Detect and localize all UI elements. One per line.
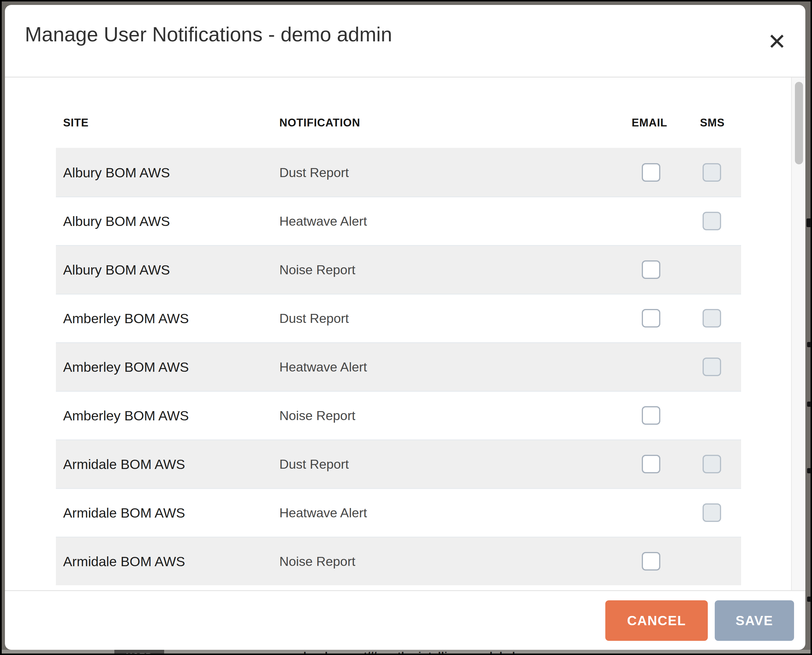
sms-checkbox[interactable] (703, 163, 721, 182)
background-bleed-mark (807, 468, 811, 473)
row-notification-label: Heatwave Alert (279, 197, 367, 245)
row-site-label: Armidale BOM AWS (63, 489, 185, 537)
sms-checkbox[interactable] (703, 358, 721, 376)
background-bleed-mark (806, 218, 811, 227)
footer-divider (5, 590, 805, 591)
table-row: Armidale BOM AWS Dust Report (56, 440, 741, 488)
table-row: Armidale BOM AWS Heatwave Alert (56, 488, 741, 537)
email-checkbox[interactable] (642, 406, 660, 425)
email-checkbox[interactable] (642, 163, 660, 182)
email-checkbox[interactable] (642, 260, 660, 279)
table-row: Amberley BOM AWS Heatwave Alert (56, 342, 741, 391)
email-checkbox[interactable] (642, 309, 660, 328)
table-row: Albury BOM AWS Heatwave Alert (56, 197, 741, 245)
vertical-scrollbar-track[interactable] (791, 77, 804, 590)
table-row: Albury BOM AWS Noise Report (56, 245, 741, 294)
row-site-label: Albury BOM AWS (63, 149, 170, 197)
row-site-label: Albury BOM AWS (63, 246, 170, 294)
row-notification-label: Heatwave Alert (279, 343, 367, 391)
row-site-label: Armidale BOM AWS (63, 440, 185, 488)
screenshot-stage: USER development///weatherintelligence-g… (0, 0, 812, 655)
background-bleed-mark (807, 342, 811, 347)
row-notification-label: Dust Report (279, 149, 349, 197)
table-row: Amberley BOM AWS Noise Report (56, 391, 741, 440)
background-bleed-mark (807, 401, 811, 407)
sms-checkbox[interactable] (703, 503, 721, 522)
row-site-label: Amberley BOM AWS (63, 343, 189, 391)
background-bleed-mark (807, 597, 811, 602)
table-body: Albury BOM AWS Dust Report Albury BOM AW… (56, 148, 741, 585)
row-site-label: Amberley BOM AWS (63, 392, 189, 440)
column-header-site: SITE (63, 117, 89, 131)
manage-user-notifications-dialog: Manage User Notifications - demo admin ✕… (5, 5, 805, 650)
table-row: Armidale BOM AWS Noise Report (56, 537, 741, 585)
table-row: Amberley BOM AWS Dust Report (56, 294, 741, 342)
background-page-strip: USER development///weatherintelligence-g… (2, 650, 810, 653)
column-header-notification: NOTIFICATION (279, 117, 360, 131)
background-user-badge: USER (114, 650, 164, 653)
background-path-text: development///weatherintelligence-global (300, 650, 515, 653)
row-notification-label: Noise Report (279, 246, 356, 294)
vertical-scrollbar-thumb[interactable] (795, 82, 803, 165)
row-notification-label: Dust Report (279, 440, 349, 488)
row-site-label: Amberley BOM AWS (63, 295, 189, 342)
row-notification-label: Noise Report (279, 538, 356, 585)
table-row: Albury BOM AWS Dust Report (56, 148, 741, 197)
row-notification-label: Dust Report (279, 295, 349, 342)
sms-checkbox[interactable] (703, 455, 721, 473)
row-notification-label: Noise Report (279, 392, 356, 440)
email-checkbox[interactable] (642, 455, 660, 473)
dialog-title: Manage User Notifications - demo admin (25, 23, 392, 46)
sms-checkbox[interactable] (703, 309, 721, 328)
save-button[interactable]: SAVE (715, 600, 794, 641)
column-header-sms: SMS (700, 117, 724, 131)
sms-checkbox[interactable] (703, 212, 721, 230)
column-header-email: EMAIL (632, 117, 667, 131)
notifications-scroll-area: SITE NOTIFICATION EMAIL SMS Albury BOM A… (5, 77, 805, 590)
cancel-button[interactable]: CANCEL (605, 600, 708, 641)
row-notification-label: Heatwave Alert (279, 489, 367, 537)
email-checkbox[interactable] (642, 552, 660, 570)
row-site-label: Armidale BOM AWS (63, 538, 185, 585)
row-site-label: Albury BOM AWS (63, 197, 170, 245)
close-icon[interactable]: ✕ (761, 26, 793, 58)
